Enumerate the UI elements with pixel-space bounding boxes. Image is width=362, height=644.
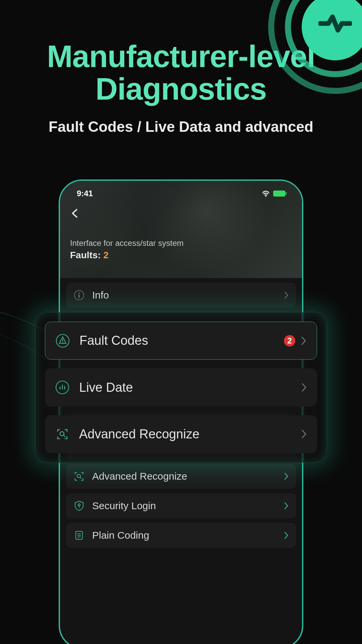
status-time: 9:41 <box>77 189 93 198</box>
svg-line-23 <box>64 435 65 437</box>
svg-point-2 <box>78 292 80 294</box>
highlight-label: Fault Codes <box>79 333 284 348</box>
battery-icon <box>273 191 285 197</box>
chevron-left-icon <box>70 208 80 218</box>
scan-icon <box>73 471 85 482</box>
fault-badge: 2 <box>284 335 295 346</box>
menu-item-plain-coding[interactable]: Plain Coding <box>66 523 296 548</box>
interface-label: Interface for access/star system <box>70 238 292 248</box>
menu-item-advanced-recognize[interactable]: Advanced Recognize <box>66 464 296 489</box>
menu-label: Info <box>92 289 284 301</box>
chevron-right-icon <box>301 383 307 392</box>
menu-item-info[interactable]: Info <box>66 283 296 308</box>
chevron-right-icon <box>284 291 289 299</box>
menu-label: Plain Coding <box>92 530 284 541</box>
phone-header: 9:41 Interface for access/star system Fa… <box>60 181 302 278</box>
chevron-right-icon <box>284 502 289 509</box>
chevron-right-icon <box>301 429 307 439</box>
svg-point-9 <box>78 504 80 506</box>
highlight-label: Live Date <box>79 380 301 395</box>
highlight-label: Advanced Recognize <box>79 427 301 441</box>
menu-label: Advanced Recognize <box>92 471 284 482</box>
svg-point-22 <box>60 432 64 436</box>
warning-triangle-icon <box>55 333 70 348</box>
highlight-item-advanced-recognize[interactable]: Advanced Recognize <box>45 415 317 453</box>
scan-icon <box>55 427 70 441</box>
highlight-item-live-data[interactable]: Live Date <box>45 368 317 406</box>
highlight-panel: Fault Codes 2 Live Date Advanced Recogni… <box>35 312 327 463</box>
brand-logo-corner <box>268 0 362 94</box>
svg-point-7 <box>77 474 80 478</box>
chevron-right-icon <box>301 336 307 345</box>
shield-key-icon <box>73 500 85 512</box>
info-icon <box>73 289 85 301</box>
check-pulse-icon <box>318 13 352 34</box>
headline-subtitle: Fault Codes / Live Data and advanced <box>13 118 349 135</box>
chevron-right-icon <box>284 532 289 539</box>
status-icons <box>262 190 285 197</box>
header-text: Interface for access/star system Faults:… <box>70 238 292 261</box>
status-bar: 9:41 <box>70 189 292 198</box>
menu-item-security-login[interactable]: Security Login <box>66 493 296 518</box>
svg-point-17 <box>62 342 63 343</box>
faults-count: 2 <box>104 250 109 260</box>
chevron-right-icon <box>284 473 289 480</box>
highlight-item-fault-codes[interactable]: Fault Codes 2 <box>45 322 317 360</box>
back-button[interactable] <box>70 208 80 218</box>
faults-line: Faults: 2 <box>70 250 292 261</box>
document-lines-icon <box>73 530 85 541</box>
svg-point-0 <box>265 196 266 197</box>
wifi-icon <box>262 190 270 197</box>
svg-rect-3 <box>79 294 80 298</box>
svg-line-8 <box>80 477 81 479</box>
live-bars-icon <box>55 380 70 395</box>
menu-label: Security Login <box>92 500 284 512</box>
